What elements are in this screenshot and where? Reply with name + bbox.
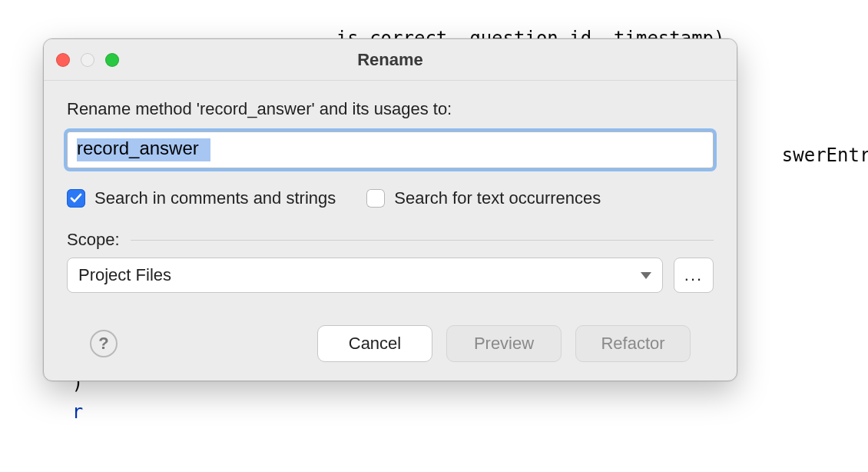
dialog-titlebar[interactable]: Rename — [44, 39, 737, 81]
ellipsis-icon: ... — [684, 265, 703, 285]
minimize-icon[interactable] — [81, 53, 94, 67]
scope-header: Scope: — [67, 230, 714, 250]
scope-label: Scope: — [67, 230, 120, 250]
dialog-body: Rename method 'record_answer' and its us… — [44, 81, 737, 381]
window-traffic-lights — [56, 53, 119, 67]
help-icon: ? — [98, 334, 108, 354]
checkbox-row: Search in comments and strings Search fo… — [67, 188, 714, 208]
scope-dropdown[interactable]: Project Files — [67, 258, 663, 293]
zoom-icon[interactable] — [105, 53, 119, 67]
rename-dialog: Rename Rename method 'record_answer' and… — [43, 38, 737, 381]
chevron-down-icon — [641, 272, 651, 279]
preview-button[interactable]: Preview — [446, 325, 562, 362]
rename-input-wrap: record_answer — [67, 131, 714, 168]
cancel-button[interactable]: Cancel — [317, 325, 432, 362]
scope-dropdown-value: Project Files — [78, 265, 171, 285]
dialog-title: Rename — [357, 50, 423, 70]
button-row: Cancel Preview Refactor — [317, 325, 691, 362]
scope-controls: Project Files ... — [67, 258, 714, 293]
help-button[interactable]: ? — [90, 330, 118, 357]
checkbox-label: Search in comments and strings — [94, 188, 336, 208]
checkbox-search-comments[interactable]: Search in comments and strings — [67, 188, 336, 208]
code-text: r — [72, 401, 83, 423]
rename-prompt-label: Rename method 'record_answer' and its us… — [67, 99, 714, 119]
refactor-button[interactable]: Refactor — [575, 325, 691, 362]
checkbox-unchecked-icon — [366, 189, 385, 208]
scope-browse-button[interactable]: ... — [674, 258, 714, 293]
checkbox-search-text[interactable]: Search for text occurrences — [366, 188, 601, 208]
divider — [131, 240, 714, 241]
checkbox-checked-icon — [67, 189, 85, 208]
checkbox-label: Search for text occurrences — [394, 188, 601, 208]
dialog-footer: ? Cancel Preview Refactor — [67, 308, 714, 381]
close-icon[interactable] — [56, 53, 70, 67]
rename-input[interactable] — [67, 131, 714, 168]
